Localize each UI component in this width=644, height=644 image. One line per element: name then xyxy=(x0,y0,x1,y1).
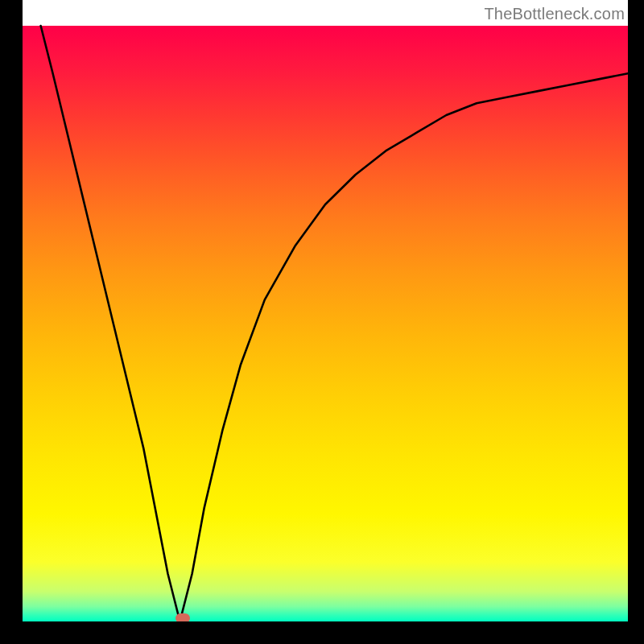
chart-stage: TheBottleneck.com xyxy=(0,0,644,644)
attribution-text: TheBottleneck.com xyxy=(484,5,625,23)
chart-frame xyxy=(0,0,644,644)
